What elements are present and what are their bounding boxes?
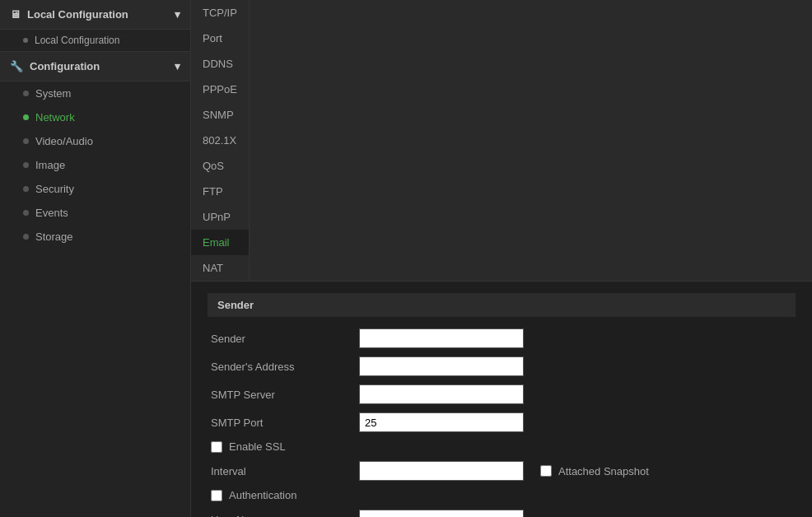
tab-ddns[interactable]: DDNS [191, 51, 250, 77]
attached-snapshot-checkbox[interactable] [540, 465, 552, 477]
sidebar-item-storage[interactable]: Storage [0, 225, 190, 249]
dot-icon [23, 114, 29, 120]
interval-left: Interval 2s [211, 461, 524, 481]
authentication-checkbox[interactable] [211, 490, 222, 501]
input-username[interactable] [359, 510, 524, 517]
interval-right: Attached Snapshot [540, 465, 649, 477]
field-row-smtp-port: SMTP Port [208, 412, 796, 432]
sidebar-item-system[interactable]: System [0, 82, 190, 105]
interval-input[interactable]: 2s [359, 461, 524, 481]
sidebar-item-video-audio[interactable]: Video/Audio [0, 129, 190, 153]
chevron-down-icon-2: ▾ [175, 60, 180, 72]
tab-email[interactable]: Email [191, 230, 250, 255]
tab-bar: TCP/IPPortDDNSPPPoESNMP802.1XQoSFTPUPnPE… [191, 0, 812, 282]
input-smtp-port[interactable] [359, 412, 524, 432]
local-config-subitem-label: Local Configuration [35, 35, 119, 46]
tab-tcp/ip[interactable]: TCP/IP [191, 0, 250, 26]
enable-ssl-checkbox[interactable] [211, 441, 222, 453]
input-senders-address[interactable] [359, 356, 524, 376]
field-row-smtp-server: SMTP Server [208, 384, 796, 404]
dot-icon [23, 210, 29, 216]
sender-section: Sender Sender Sender's Address SMTP Serv… [208, 293, 796, 517]
label-username: User Name [211, 514, 359, 518]
sidebar-item-label: Security [35, 183, 74, 195]
sender-section-title: Sender [217, 299, 254, 311]
label-sender: Sender [211, 333, 359, 345]
sidebar-item-network[interactable]: Network [0, 105, 190, 129]
tab-pppoe[interactable]: PPPoE [191, 77, 250, 102]
authentication-row: Authentication [208, 489, 796, 501]
local-config-header[interactable]: 🖥 Local Configuration ▾ [0, 0, 190, 30]
configuration-header[interactable]: 🔧 Configuration ▾ [0, 51, 190, 82]
main-content: TCP/IPPortDDNSPPPoESNMP802.1XQoSFTPUPnPE… [191, 0, 812, 517]
interval-row: Interval 2s Attached Snapshot [208, 461, 796, 481]
dot-icon [23, 186, 29, 192]
auth-field-row-username: User Name [208, 510, 796, 517]
sidebar-item-local-configuration[interactable]: Local Configuration [0, 30, 190, 51]
dot-icon [23, 38, 28, 43]
sidebar-item-label: Events [35, 207, 68, 219]
tab-qos[interactable]: QoS [191, 153, 250, 179]
content-area: Sender Sender Sender's Address SMTP Serv… [191, 282, 812, 517]
enable-ssl-row: Enable SSL [208, 440, 796, 453]
field-row-senders-address: Sender's Address [208, 356, 796, 376]
tab-8021x[interactable]: 802.1X [191, 128, 250, 153]
sidebar: 🖥 Local Configuration ▾ Local Configurat… [0, 0, 191, 517]
sidebar-item-label: Network [35, 111, 75, 123]
label-smtp-port: SMTP Port [211, 417, 359, 429]
local-config-label: Local Configuration [27, 8, 128, 21]
tab-upnp[interactable]: UPnP [191, 204, 250, 230]
tab-ftp[interactable]: FTP [191, 179, 250, 204]
sidebar-item-events[interactable]: Events [0, 201, 190, 225]
sidebar-item-label: Video/Audio [35, 135, 93, 147]
wrench-icon: 🔧 [10, 60, 23, 72]
label-smtp-server: SMTP Server [211, 389, 359, 401]
monitor-icon: 🖥 [10, 8, 21, 21]
sidebar-item-security[interactable]: Security [0, 177, 190, 201]
sender-fields: Sender Sender's Address SMTP Server SMTP… [208, 328, 796, 432]
authentication-label[interactable]: Authentication [229, 489, 296, 501]
label-senders-address: Sender's Address [211, 361, 359, 373]
tab-nat[interactable]: NAT [191, 255, 250, 281]
sender-section-header: Sender [208, 293, 796, 317]
sidebar-item-label: System [35, 87, 71, 100]
sidebar-item-image[interactable]: Image [0, 153, 190, 177]
attached-snapshot-label[interactable]: Attached Snapshot [558, 465, 649, 477]
sidebar-nav: SystemNetworkVideo/AudioImageSecurityEve… [0, 82, 190, 249]
chevron-down-icon: ▾ [175, 8, 180, 21]
input-smtp-server[interactable] [359, 384, 524, 404]
auth-fields: User Name Password Confirm [208, 510, 796, 517]
sidebar-item-label: Storage [35, 231, 73, 243]
interval-label: Interval [211, 465, 359, 477]
dot-icon [23, 138, 29, 144]
tab-snmp[interactable]: SNMP [191, 102, 250, 128]
dot-icon [23, 234, 29, 240]
dot-icon [23, 91, 29, 96]
dot-icon [23, 162, 29, 168]
sidebar-item-label: Image [35, 159, 65, 171]
input-sender[interactable] [359, 328, 524, 348]
field-row-sender: Sender [208, 328, 796, 348]
enable-ssl-label[interactable]: Enable SSL [229, 440, 286, 453]
tab-port[interactable]: Port [191, 26, 250, 51]
tab-container: TCP/IPPortDDNSPPPoESNMP802.1XQoSFTPUPnPE… [191, 0, 250, 281]
configuration-label: Configuration [30, 60, 100, 72]
